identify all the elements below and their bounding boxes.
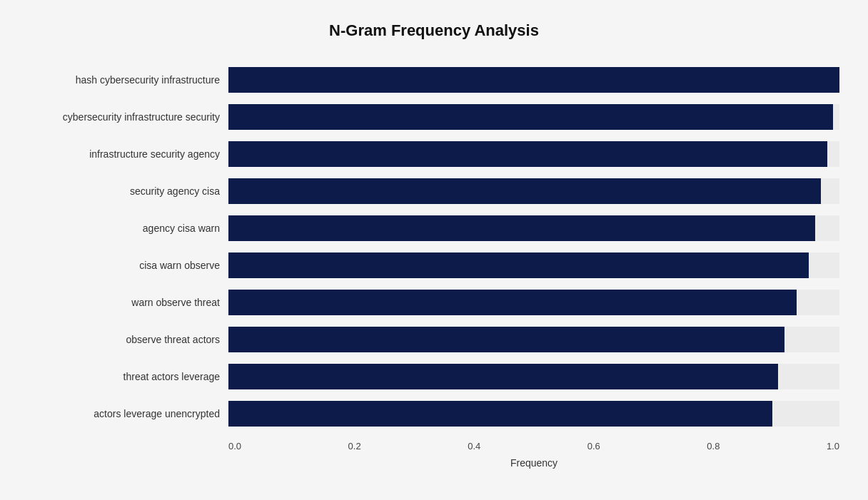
bar-label: infrastructure security agency <box>29 148 228 160</box>
table-row: warn observe threat <box>29 284 839 321</box>
x-axis: 0.00.20.40.60.81.0 Frequency <box>228 438 839 469</box>
table-row: hash cybersecurity infrastructure <box>29 61 839 98</box>
bar-track <box>228 327 839 352</box>
bar-track <box>228 104 839 130</box>
x-axis-tick: 0.0 <box>228 441 241 451</box>
table-row: observe threat actors <box>29 321 839 358</box>
bar-fill <box>228 364 778 389</box>
bar-label: warn observe threat <box>29 297 228 308</box>
bar-fill <box>228 67 839 93</box>
table-row: cybersecurity infrastructure security <box>29 98 839 136</box>
bar-fill <box>228 252 809 278</box>
bar-label: agency cisa warn <box>29 223 228 234</box>
x-axis-tick: 0.4 <box>468 441 480 451</box>
bar-label: security agency cisa <box>29 185 228 197</box>
table-row: cisa warn observe <box>29 247 839 284</box>
bar-track <box>228 290 839 315</box>
table-row: security agency cisa <box>29 173 839 210</box>
bar-label: actors leverage unencrypted <box>29 408 228 419</box>
bar-track <box>228 364 839 389</box>
bar-track <box>228 215 839 241</box>
table-row: infrastructure security agency <box>29 136 839 173</box>
bar-label: cybersecurity infrastructure security <box>29 111 228 123</box>
chart-container: N-Gram Frequency Analysis hash cybersecu… <box>0 14 868 500</box>
table-row: threat actors leverage <box>29 358 839 395</box>
bar-track <box>228 141 839 167</box>
bar-chart-area: hash cybersecurity infrastructurecyberse… <box>29 61 839 432</box>
chart-body: hash cybersecurity infrastructurecyberse… <box>29 61 839 469</box>
bar-label: hash cybersecurity infrastructure <box>29 74 228 86</box>
table-row: actors leverage unencrypted <box>29 395 839 432</box>
bar-track <box>228 401 839 427</box>
bar-fill <box>228 290 797 315</box>
x-axis-tick: 0.6 <box>587 441 600 451</box>
bar-fill <box>228 401 772 427</box>
bar-label: cisa warn observe <box>29 260 228 271</box>
bar-track <box>228 252 839 278</box>
x-axis-tick: 0.8 <box>707 441 720 451</box>
bar-track <box>228 67 839 93</box>
x-axis-tick: 0.2 <box>348 441 361 451</box>
x-axis-ticks: 0.00.20.40.60.81.0 <box>228 438 839 451</box>
x-axis-tick: 1.0 <box>827 441 839 451</box>
bar-fill <box>228 178 821 204</box>
bar-fill <box>228 327 784 352</box>
bar-fill <box>228 141 827 167</box>
bar-track <box>228 178 839 204</box>
x-axis-label: Frequency <box>228 457 839 469</box>
bar-fill <box>228 215 815 241</box>
bar-fill <box>228 104 833 130</box>
bar-label: threat actors leverage <box>29 371 228 382</box>
bar-label: observe threat actors <box>29 334 228 345</box>
chart-title: N-Gram Frequency Analysis <box>29 21 839 40</box>
table-row: agency cisa warn <box>29 210 839 247</box>
